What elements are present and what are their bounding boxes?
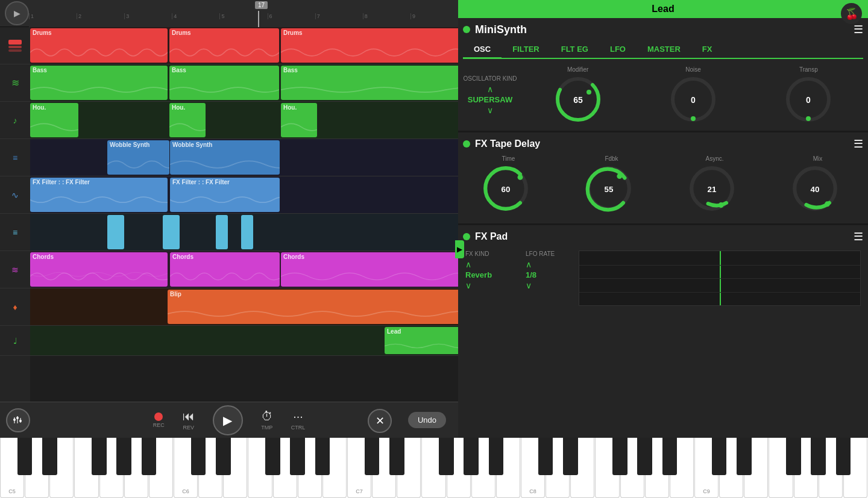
clip-chords-1[interactable]: Chords	[30, 252, 168, 287]
track-row-arp[interactable]	[30, 214, 458, 251]
mixer-button[interactable]	[6, 408, 30, 432]
track-row-drums[interactable]: Drums Drums Drums	[30, 27, 458, 64]
clip-drums-2[interactable]: Drums	[169, 28, 279, 63]
play-button[interactable]: ▶	[213, 405, 243, 435]
track-row-lead[interactable]: Lead	[30, 326, 458, 356]
track-ctrl-drums[interactable]	[0, 27, 30, 64]
piano-black-key[interactable]	[836, 438, 851, 475]
fx-kind-down-arrow[interactable]: ∨	[465, 281, 471, 290]
tab-master[interactable]: MASTER	[637, 41, 691, 59]
piano-black-key[interactable]	[439, 438, 454, 475]
piano-black-key[interactable]	[315, 438, 330, 475]
piano-black-key[interactable]	[712, 438, 727, 475]
rec-button[interactable]: REC	[153, 412, 165, 428]
track-ctrl-fxfilter[interactable]: ∿	[0, 176, 30, 214]
undo-button[interactable]: Undo	[408, 412, 446, 428]
piano-black-key[interactable]	[786, 438, 801, 475]
top-play-button[interactable]: ▶	[5, 1, 29, 25]
tab-flt-eg[interactable]: FLT EG	[550, 41, 599, 59]
clip-drums-3[interactable]: Drums	[281, 28, 458, 63]
panel-toggle-arrow[interactable]: ▶	[455, 240, 464, 258]
fx-pad-grid[interactable]	[579, 251, 861, 306]
lfo-rate-up-arrow[interactable]: ∧	[526, 260, 532, 269]
clip-arp-2[interactable]	[163, 215, 180, 249]
clip-lead-1[interactable]: Lead	[385, 327, 458, 354]
clip-wobble-2[interactable]: Wobble Synth	[170, 140, 280, 175]
modifier-knob[interactable]: 65	[554, 75, 602, 123]
piano-black-key[interactable]	[290, 438, 305, 475]
clip-house-3[interactable]: Hou.	[281, 103, 317, 137]
fx-kind-up-arrow[interactable]: ∧	[465, 260, 471, 269]
transp-knob[interactable]: 0	[784, 75, 832, 123]
track-ctrl-lead[interactable]: ♩	[0, 326, 30, 356]
tab-fx[interactable]: FX	[691, 41, 723, 59]
clip-fxfilter-1[interactable]: FX Filter : : FX Filter	[30, 178, 168, 212]
close-button[interactable]: ✕	[368, 409, 392, 433]
track-ctrl-chords[interactable]: ≋	[0, 251, 30, 288]
fdbk-knob[interactable]: 55	[585, 164, 639, 219]
piano-black-key[interactable]	[116, 438, 131, 475]
mix-knob[interactable]: 40	[791, 164, 845, 219]
async-knob[interactable]: 21	[688, 164, 742, 219]
house-icon: ♪	[13, 116, 17, 125]
clip-blip-1[interactable]: Blip	[168, 290, 458, 324]
fx-tape-menu-icon[interactable]: ☰	[854, 137, 863, 151]
track-row-house[interactable]: Hou. Hou. Hou.	[30, 102, 458, 139]
piano-black-key[interactable]	[637, 438, 652, 475]
osc-kind-up-arrow[interactable]: ∧	[487, 84, 493, 94]
piano-black-key[interactable]	[191, 438, 206, 475]
clip-fxfilter-2[interactable]: FX Filter : : FX Filter	[170, 178, 280, 212]
lfo-rate-down-arrow[interactable]: ∨	[526, 281, 532, 290]
piano-black-key[interactable]	[92, 438, 107, 475]
track-ctrl-blip[interactable]: ♦	[0, 288, 30, 326]
piano-black-key[interactable]	[737, 438, 752, 475]
clip-bass-2[interactable]: Bass	[169, 66, 279, 100]
clip-drums-1[interactable]: Drums	[30, 28, 168, 63]
clip-chords-2[interactable]: Chords	[170, 252, 280, 287]
track-row-chords[interactable]: Chords Chords Chords	[30, 251, 458, 288]
ctrl-button[interactable]: ··· CTRL	[291, 409, 306, 431]
clip-arp-4[interactable]	[241, 215, 253, 249]
piano-black-key[interactable]	[811, 438, 826, 475]
piano-black-key[interactable]	[612, 438, 627, 475]
tab-filter[interactable]: FILTER	[502, 41, 550, 59]
osc-kind-down-arrow[interactable]: ∨	[487, 105, 493, 115]
clip-chords-3[interactable]: Chords	[281, 252, 458, 287]
tmp-button[interactable]: ⏱ TMP	[261, 409, 273, 431]
piano-black-key[interactable]	[142, 438, 157, 475]
piano-black-key[interactable]	[265, 438, 280, 475]
clip-house-1[interactable]: Hou.	[30, 103, 78, 137]
fx-pad-menu-icon[interactable]: ☰	[854, 230, 863, 243]
track-row-fxfilter[interactable]: FX Filter : : FX Filter FX Filter : : FX…	[30, 176, 458, 214]
clip-arp-3[interactable]	[216, 215, 228, 249]
noise-knob[interactable]: 0	[669, 75, 717, 123]
track-ctrl-bass[interactable]: ≋	[0, 64, 30, 102]
clip-wobble-1[interactable]: Wobble Synth	[107, 140, 169, 175]
piano-keys-container[interactable]: // Generate piano keys const pianoContai…	[0, 438, 868, 498]
synth-menu-icon[interactable]: ☰	[854, 23, 863, 36]
piano-black-key[interactable]	[464, 438, 479, 475]
clip-house-2[interactable]: Hou.	[169, 103, 206, 137]
track-ctrl-arp[interactable]: ≡	[0, 214, 30, 251]
clip-bass-1[interactable]: Bass	[30, 66, 168, 100]
track-ctrl-house[interactable]: ♪	[0, 102, 30, 139]
piano-black-key[interactable]	[662, 438, 678, 475]
piano-black-key[interactable]	[538, 438, 553, 475]
clip-bass-3[interactable]: Bass	[281, 66, 458, 100]
tab-osc[interactable]: OSC	[463, 41, 502, 59]
track-row-bass[interactable]: Bass Bass Bass	[30, 64, 458, 102]
time-knob[interactable]: 60	[482, 164, 536, 219]
piano-black-key[interactable]	[389, 438, 404, 475]
track-row-blip[interactable]: Blip	[30, 288, 458, 326]
clip-arp-1[interactable]	[107, 215, 124, 249]
piano-black-key[interactable]	[42, 438, 57, 475]
tab-lfo[interactable]: LFO	[599, 41, 637, 59]
piano-black-key[interactable]	[563, 438, 578, 475]
piano-black-key[interactable]	[216, 438, 231, 475]
track-row-wobble[interactable]: Wobble Synth Wobble Synth	[30, 139, 458, 176]
piano-black-key[interactable]	[17, 438, 33, 475]
rev-button[interactable]: ⏮ REV	[183, 409, 195, 431]
piano-black-key[interactable]	[489, 438, 504, 475]
track-ctrl-wobble[interactable]: ≡	[0, 139, 30, 176]
piano-black-key[interactable]	[365, 438, 380, 475]
